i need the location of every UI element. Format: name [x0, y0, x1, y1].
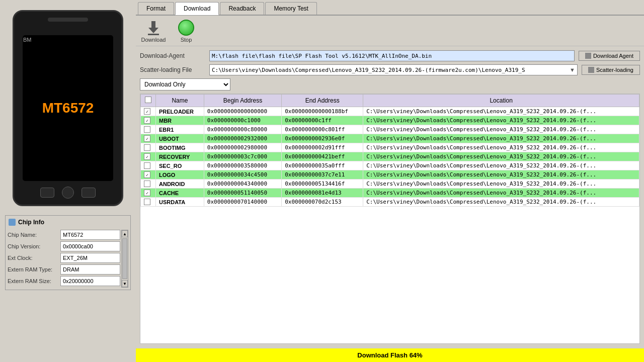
chip-field-row-ramsize: Extern RAM Size: 0x20000000 [8, 276, 128, 286]
chip-info-header: Chip Info [8, 218, 128, 227]
chip-info-title: Chip Info [18, 219, 44, 226]
tab-download[interactable]: Download [175, 2, 219, 15]
tab-bar: Format Download Readback Memory Test [136, 0, 644, 16]
chip-field-row-name: Chip Name: MT6572 [8, 230, 128, 240]
scatter-dropdown-arrow[interactable]: ▼ [568, 67, 577, 73]
download-mode-select[interactable]: Download Only Firmware Upgrade Format Al… [140, 78, 230, 90]
table-cell-name: EBR1 [156, 125, 204, 134]
table-cell-checkbox[interactable] [141, 152, 156, 161]
chip-version-label: Chip Version: [8, 243, 60, 249]
phone-brand-label: MT6572 [42, 100, 94, 116]
scatter-btn-icon [588, 67, 594, 73]
phone-bottom-buttons [40, 187, 96, 199]
table-cell-begin: 0x0000000000c80000 [204, 125, 281, 134]
row-checkbox[interactable] [144, 117, 150, 124]
stop-button[interactable]: Stop [174, 19, 199, 43]
table-cell-name: ANDROID [156, 179, 204, 189]
download-agent-btn-icon [585, 53, 591, 59]
table-cell-end: 0x00000000037c7e11 [282, 170, 363, 179]
table-cell-begin: 0x0000000002980000 [204, 143, 281, 152]
download-agent-input[interactable] [209, 50, 575, 61]
phone-bm-label: BM [23, 37, 32, 43]
scrollbar-down-arrow[interactable]: ▼ [122, 280, 128, 287]
scatter-loading-input-wrapper: ▼ [209, 64, 578, 75]
right-panel: Format Download Readback Memory Test Dow… [136, 0, 644, 362]
table-header-checkbox[interactable] [141, 95, 156, 107]
scatter-loading-row: Scatter-loading File ▼ Scatter-loading [140, 64, 640, 75]
table-cell-checkbox[interactable] [141, 189, 156, 198]
table-cell-begin: 0x0000000051140050 [204, 189, 281, 198]
table-cell-name: BOOTIMG [156, 143, 204, 152]
table-cell-location: C:\Users\viney\Downloads\Compressed\Leno… [363, 143, 639, 152]
row-checkbox[interactable] [144, 108, 150, 115]
tab-readback[interactable]: Readback [220, 2, 264, 15]
table-row: EBR10x0000000000c800000x0000000000c801ff… [141, 125, 639, 134]
table-cell-checkbox[interactable] [141, 125, 156, 134]
scrollbar-thumb[interactable] [122, 238, 127, 279]
header-checkbox[interactable] [145, 97, 151, 103]
chip-info-scroll: Chip Name: MT6572 Chip Version: 0x0000ca… [8, 230, 128, 288]
table-cell-begin: 0x0000000070140000 [204, 198, 281, 207]
row-checkbox[interactable] [144, 126, 150, 133]
table-header-name: Name [156, 95, 204, 107]
table-row: SEC_RO0x00000000035800000x00000000035a0f… [141, 161, 639, 170]
table-cell-end: 0x0000000081e4d13 [282, 189, 363, 198]
table-cell-checkbox[interactable] [141, 116, 156, 125]
table-cell-location: C:\Users\viney\Downloads\Compressed\Leno… [363, 125, 639, 134]
left-panel: BM MT6572 Chip Info Chip Name: MT6572 Ch… [0, 0, 136, 362]
status-text: Download Flash 64% [357, 351, 422, 359]
row-checkbox[interactable] [144, 180, 150, 187]
table-cell-end: 0x000000005134416f [282, 179, 363, 189]
table-cell-checkbox[interactable] [141, 170, 156, 179]
table-row: CACHE0x00000000511400500x0000000081e4d13… [141, 189, 639, 198]
row-checkbox[interactable] [144, 171, 150, 178]
main-content: Download-Agent Download Agent Scatter-lo… [136, 46, 644, 348]
scatter-loading-input[interactable] [210, 67, 568, 73]
table-cell-checkbox[interactable] [141, 179, 156, 189]
row-checkbox[interactable] [144, 162, 150, 169]
tab-memory-test[interactable]: Memory Test [265, 2, 316, 15]
row-checkbox[interactable] [144, 190, 150, 196]
chip-clock-label: Ext Clock: [8, 255, 60, 261]
stop-icon [177, 19, 195, 37]
svg-rect-2 [148, 34, 159, 35]
table-row: LOGO0x00000000034c45000x00000000037c7e11… [141, 170, 639, 179]
table-cell-end: 0x000000000000188bf [282, 107, 363, 116]
table-cell-end: 0x000000000421beff [282, 152, 363, 161]
table-cell-location: C:\Users\viney\Downloads\Compressed\Leno… [363, 170, 639, 179]
flash-table-container: Name Begin Address End Address Location … [140, 94, 640, 344]
table-cell-begin: 0x0000000002932000 [204, 134, 281, 143]
row-checkbox[interactable] [144, 199, 150, 205]
chip-ramtype-value: DRAM [60, 264, 120, 275]
download-label: Download [141, 37, 166, 43]
scrollbar-up-arrow[interactable]: ▲ [122, 230, 128, 237]
phone-btn-left [40, 188, 54, 198]
table-cell-begin: 0x0000000003c7c000 [204, 152, 281, 161]
chip-info-panel: Chip Info Chip Name: MT6572 Chip Version… [5, 215, 131, 290]
row-checkbox[interactable] [144, 135, 150, 142]
row-checkbox[interactable] [144, 153, 150, 160]
table-cell-location: C:\Users\viney\Downloads\Compressed\Leno… [363, 198, 639, 207]
chip-field-row-version: Chip Version: 0x0000ca00 [8, 241, 128, 251]
chip-info-scrollbar[interactable]: ▲ ▼ [121, 230, 128, 288]
table-cell-checkbox[interactable] [141, 134, 156, 143]
download-button[interactable]: Download [141, 19, 166, 43]
tab-format[interactable]: Format [138, 2, 174, 15]
row-checkbox[interactable] [144, 144, 150, 151]
scatter-loading-button[interactable]: Scatter-loading [582, 65, 640, 75]
table-cell-checkbox[interactable] [141, 107, 156, 116]
table-header-location: Location [363, 95, 639, 107]
table-cell-checkbox[interactable] [141, 161, 156, 170]
table-cell-name: LOGO [156, 170, 204, 179]
table-row: RECOVERY0x0000000003c7c0000x000000000421… [141, 152, 639, 161]
table-cell-name: UBOOT [156, 134, 204, 143]
download-icon [144, 19, 163, 37]
phone-btn-right [82, 188, 96, 198]
table-cell-location: C:\Users\viney\Downloads\Compressed\Leno… [363, 161, 639, 170]
download-agent-button[interactable]: Download Agent [579, 51, 640, 61]
table-row: PRELOADER0x00000000000000000x00000000000… [141, 107, 639, 116]
download-agent-btn-label: Download Agent [593, 53, 633, 59]
phone-mockup: BM MT6572 [13, 10, 123, 206]
table-cell-checkbox[interactable] [141, 143, 156, 152]
table-cell-checkbox[interactable] [141, 198, 156, 207]
